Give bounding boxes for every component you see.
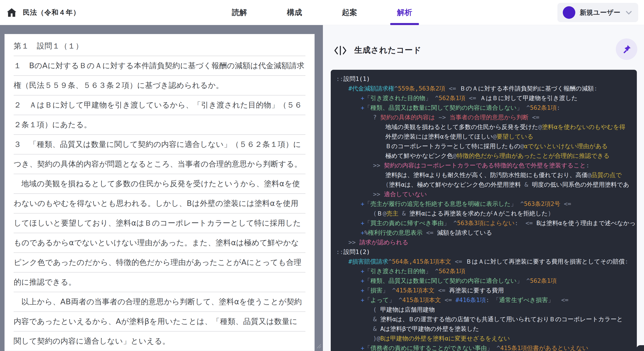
chevron-down-icon <box>625 8 633 16</box>
document-line: １ BのAに対するＢのＡに対する本件請負契約に基づく報酬の減額は代金減額請求 <box>14 56 306 76</box>
code-line: +%権利行使の意思表示 <= 減額を請求している <box>336 228 637 237</box>
code-line: ::設問1(1) <box>336 74 637 84</box>
page-title: 民法（令和４年） <box>23 8 80 17</box>
corner-peek <box>636 345 644 351</box>
tab-構成[interactable]: 構成 <box>287 0 302 25</box>
code-panel-title: 生成されたコード <box>354 45 421 56</box>
code-line: 地域の美観を損ねるとして多数の住民から反発を受けた@塗料αを使わないのもやむを得 <box>336 122 637 132</box>
code-line: +「債務者の責めに帰することができない事由」 ^415条1項但書があるといえない <box>336 343 637 351</box>
code-line: 外壁の塗装には塗料αを使用してほしい@要望している <box>336 132 637 141</box>
document-line: つき、契約の具体的内容が問題となるところ、当事者の合理的意思から判断する。 <box>14 154 306 174</box>
pin-icon <box>622 44 632 54</box>
code-line: 塗料βは、塗料αよりも耐久性が高く、防汚防水性能にも優れており、高価@品質の点で <box>336 170 637 180</box>
code-line: Ｂのコーポレートカラーとして特に採用したもの@αでないといけない理由がある <box>336 141 637 151</box>
code-line: ? 契約の具体的内容は ~> 当事者の合理的意思から判断 <= <box>336 112 637 122</box>
document-line: ２ ＡはＢに対して甲建物を引き渡しているから、「引き渡された目的物」（５６ <box>14 95 306 115</box>
code-line: #代金減額請求権^559条,563条2項 <= ＢのＡに対する本件請負契約に基づ… <box>336 84 637 93</box>
document-line: ものであるからαでないといけない理由があった。また、塗料αは極めて鮮やかな <box>14 233 306 253</box>
code-line: )@Bは甲建物の外壁を塗料αに変更せざるをえない <box>336 334 637 343</box>
tab-読解[interactable]: 読解 <box>232 0 247 25</box>
app-header: 民法（令和４年） 読解構成起案解析 新規ユーザー <box>0 0 644 25</box>
code-line: 極めて鮮やかなピンク色@特徴的色だから理由があったことが合理的に推認できる <box>336 151 637 161</box>
code-line: >> 請求が認められる <box>336 237 637 247</box>
user-menu[interactable]: 新規ユーザー <box>558 3 638 22</box>
pin-button[interactable] <box>616 38 637 60</box>
code-line: >> 適合していない <box>336 189 637 199</box>
code-line: +「よって」 ^415条1項本文 <= #416条1項: 「通常生ずべき損害」 … <box>336 295 637 305</box>
home-icon[interactable] <box>6 7 17 18</box>
code-line: ::設問1(2) <box>336 247 637 257</box>
code-line: >> 契約の内容はコーポレートカラーである特徴的な色で外壁を塗装すること: <box>336 161 637 170</box>
document-line: わないのもやむを得ないとも思われる。しかし、Bは外壁の塗装には塗料αを使用 <box>14 194 306 214</box>
document-page[interactable]: 第１ 設問１（１）１ BのAに対するＢのＡに対する本件請負契約に基づく報酬の減額… <box>4 34 314 351</box>
code-line: & 塗料αは、Ｂの運営する他の店舗でも共通して用いられておりＢのコーポレートカラ… <box>336 314 637 324</box>
document-line: 権（民法５５９条、５６３条２項）に基づき認められるか。 <box>14 76 306 95</box>
code-line: +「種類、品質又は数量に関して契約の内容に適合しない」 ^562条1項: <box>336 103 637 112</box>
document-line: ピンク色であったのだから、特徴的色だから理由があったことがAにとっても合理 <box>14 253 306 273</box>
resize-handle-icon[interactable] <box>315 342 322 350</box>
code-line: ( 甲建物は店舗用建物 <box>336 305 637 314</box>
code-line: +「引き渡された目的物」 ^562条1項 <= ＡはＢに対して甲建物を引き渡した <box>336 93 637 103</box>
code-line: +「種類、品質又は数量に関して契約の内容に適合しない」 ^562条1項 <box>336 276 637 286</box>
document-line: 内容であったといえるから、Aが塗料βを用いたことは、「種類、品質又は数量に <box>14 312 306 332</box>
code-line: (Ｂ@売主 & 塗料αによる再塗装を求めたがＡがこれを拒絶した) <box>336 209 637 218</box>
code-line: & Aは塗料βで甲建物の外壁を塗装した <box>336 324 637 334</box>
document-pane: 第１ 設問１（１）１ BのAに対するＢのＡに対する本件請負契約に基づく報酬の減額… <box>0 25 323 351</box>
main-tabs: 読解構成起案解析 <box>232 0 412 25</box>
code-line: +「売主が履行の追完を拒絶する意思を明確に表示した」 ^563条2項2号 <= <box>336 199 637 209</box>
analysis-pane: 生成されたコード ::設問1(1)#代金減額請求権^559条,563条2項 <=… <box>323 25 644 351</box>
code-icon <box>334 44 347 58</box>
code-line: (塗料αは、極めて鮮やかなピンク色の外壁用塗料 & 明度の低い同系色の外壁用塗料… <box>336 180 637 189</box>
document-line: 地域の美観を損ねるとして多数の住民から反発を受けたというから、塗料αを使 <box>14 174 306 194</box>
document-line: 的に推認できる。 <box>14 273 306 292</box>
document-line: してほしいと要望しており、塗料αはＢのコーポレートカラーとして特に採用した <box>14 214 306 233</box>
user-name: 新規ユーザー <box>580 8 620 17</box>
avatar <box>563 6 575 19</box>
code-block[interactable]: ::設問1(1)#代金減額請求権^559条,563条2項 <= ＢのＡに対する本… <box>331 70 637 351</box>
code-panel-header: 生成されたコード <box>332 38 637 63</box>
code-line: #損害賠償請求^564条,415条1項本文 <= ＢはＡに対して再塗装に要する費… <box>336 257 637 266</box>
code-line: +「損害」 ^415条1項本文 <= 再塗装に要する費用 <box>336 286 637 295</box>
document-line: 関して契約の内容に適合しない」といえる。 <box>14 332 306 351</box>
document-line: 以上から、AB両者の当事者の合理的意思から判断して、塗料αを使うことが契約 <box>14 292 306 312</box>
code-line: +「引き渡された目的物」 ^562条1項 <box>336 266 637 276</box>
tab-解析[interactable]: 解析 <box>397 0 412 25</box>
document-line: ３ 「種類、品質又は数量に関して契約の内容に適合しない」（５６２条１項）に <box>14 135 306 154</box>
tab-起案[interactable]: 起案 <box>342 0 357 25</box>
document-line: ２条１項）にあたる。 <box>14 115 306 135</box>
document-line: 第１ 設問１（１） <box>14 36 306 56</box>
code-line: +「買主の責めに帰すべき事由」 ^563条3項によらない: <= Bは塗料αを使… <box>336 218 637 228</box>
